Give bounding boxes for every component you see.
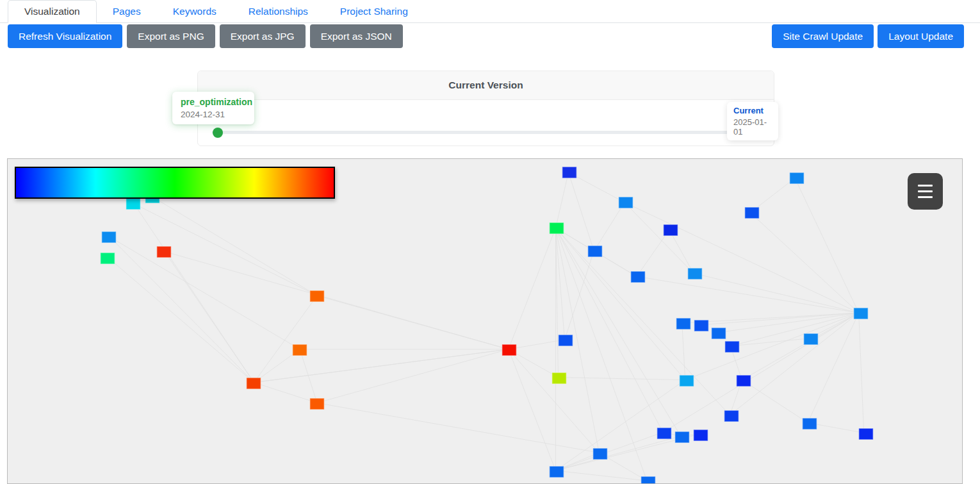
layout-update-button[interactable]: Layout Update — [878, 24, 964, 48]
graph-node[interactable] — [562, 167, 577, 178]
graph-node[interactable] — [657, 428, 672, 439]
graph-node[interactable] — [641, 476, 656, 484]
export-jpg-button[interactable]: Export as JPG — [220, 24, 306, 48]
graph-node[interactable] — [724, 410, 739, 422]
graph-node[interactable] — [631, 271, 646, 283]
graph-node[interactable] — [247, 378, 261, 389]
graph-node[interactable] — [688, 268, 703, 280]
version-panel-title: Current Version — [198, 71, 774, 100]
version-marker-start: pre_optimization 2024-12-31 — [172, 92, 254, 124]
export-png-button[interactable]: Export as PNG — [127, 24, 215, 48]
version-slider-track[interactable] — [212, 131, 760, 134]
graph-node[interactable] — [157, 246, 172, 258]
tab-visualization[interactable]: Visualization — [8, 0, 97, 23]
graph-node[interactable] — [675, 431, 690, 443]
version-marker-end: Current 2025-01-01 — [727, 102, 778, 140]
graph-node[interactable] — [550, 466, 564, 478]
version-end-date: 2025-01-01 — [733, 117, 772, 137]
graph-node[interactable] — [676, 318, 691, 330]
graph-node[interactable] — [593, 448, 608, 460]
graph-menu-button[interactable] — [908, 173, 943, 210]
graph-node[interactable] — [680, 375, 694, 387]
graph-node[interactable] — [790, 172, 804, 184]
graph-node[interactable] — [854, 308, 869, 319]
color-scale-legend — [15, 167, 335, 199]
graph-node[interactable] — [712, 328, 726, 339]
export-json-button[interactable]: Export as JSON — [310, 24, 403, 48]
version-start-label: pre_optimization — [181, 97, 246, 107]
toolbar: Refresh Visualization Export as PNG Expo… — [0, 24, 980, 49]
graph-node[interactable] — [101, 253, 115, 264]
main-tab-bar: Visualization Pages Keywords Relationshi… — [0, 0, 980, 23]
site-crawl-update-button[interactable]: Site Crawl Update — [772, 24, 874, 48]
graph-node[interactable] — [694, 320, 709, 331]
graph-node[interactable] — [737, 375, 751, 387]
graph-node[interactable] — [502, 344, 517, 356]
graph-node[interactable] — [803, 418, 817, 430]
tab-pages[interactable]: Pages — [97, 0, 157, 22]
graph-node[interactable] — [725, 341, 740, 353]
graph-canvas[interactable] — [7, 158, 963, 484]
hamburger-icon — [918, 185, 933, 187]
toolbar-left-group: Refresh Visualization Export as PNG Expo… — [8, 24, 403, 48]
tab-relationships[interactable]: Relationships — [233, 0, 324, 22]
graph-node[interactable] — [310, 290, 325, 302]
tab-project-sharing[interactable]: Project Sharing — [324, 0, 424, 22]
tab-keywords[interactable]: Keywords — [157, 0, 233, 22]
graph-node[interactable] — [102, 231, 117, 243]
graph-node[interactable] — [552, 372, 567, 384]
graph-node[interactable] — [310, 398, 325, 410]
version-start-date: 2024-12-31 — [181, 110, 246, 119]
graph-node[interactable] — [694, 430, 708, 441]
graph-node[interactable] — [804, 333, 819, 345]
edges-layer — [8, 159, 962, 483]
graph-node[interactable] — [126, 198, 141, 210]
graph-node[interactable] — [745, 207, 760, 219]
graph-node[interactable] — [859, 428, 874, 440]
version-end-label: Current — [733, 106, 772, 115]
version-slider-handle-start[interactable] — [213, 128, 223, 138]
graph-node[interactable] — [293, 344, 307, 356]
toolbar-right-group: Site Crawl Update Layout Update — [772, 24, 964, 48]
graph-node[interactable] — [588, 246, 603, 257]
version-panel: Current Version pre_optimization 2024-12… — [197, 71, 774, 146]
graph-node[interactable] — [550, 222, 564, 234]
graph-node[interactable] — [559, 335, 573, 346]
refresh-visualization-button[interactable]: Refresh Visualization — [8, 24, 122, 48]
graph-node[interactable] — [619, 197, 633, 208]
graph-node[interactable] — [664, 224, 678, 236]
